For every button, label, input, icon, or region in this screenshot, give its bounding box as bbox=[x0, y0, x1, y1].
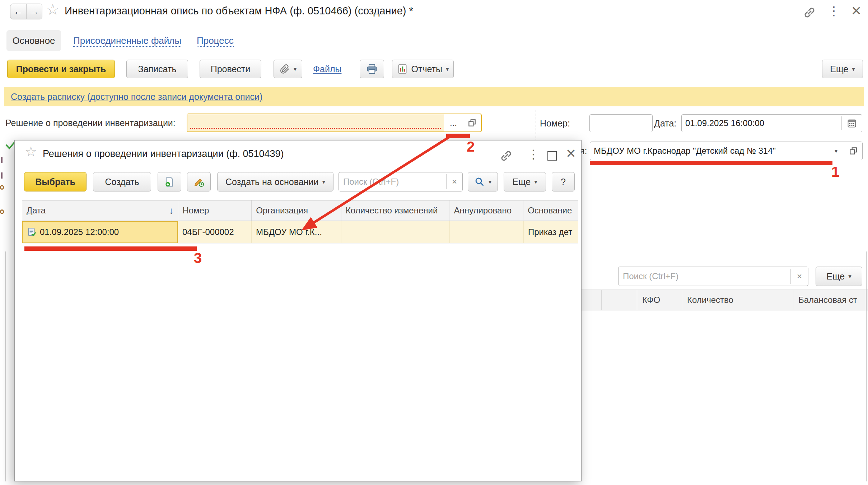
reports-label: Отчеты bbox=[411, 64, 442, 74]
row-number-cell[interactable]: 04БГ-000002 bbox=[178, 221, 252, 243]
column-date[interactable]: Дата ↓ bbox=[22, 200, 178, 221]
write-button[interactable]: Записать bbox=[126, 60, 188, 78]
sort-descending-icon: ↓ bbox=[169, 205, 173, 216]
help-button[interactable]: ? bbox=[552, 172, 575, 191]
row-date-cell[interactable]: 01.09.2025 12:00:00 bbox=[22, 221, 178, 243]
form-more-button[interactable]: Еще ▾ bbox=[822, 60, 863, 78]
row-basis-cell[interactable]: Приказ дет bbox=[524, 221, 578, 243]
form-more-label: Еще bbox=[830, 64, 848, 74]
items-table-header: КФО Количество Балансовая ст bbox=[580, 290, 868, 310]
organization-dropdown-button[interactable]: ▾ bbox=[828, 142, 844, 160]
notice-banner: Создать расписку (доступно после записи … bbox=[4, 87, 864, 106]
table-row[interactable]: 01.09.2025 12:00:00 04БГ-000002 МБДОУ МО… bbox=[22, 221, 578, 243]
decision-field[interactable]: ... bbox=[187, 114, 482, 132]
chevron-down-icon: ▾ bbox=[322, 179, 325, 185]
edit-button[interactable] bbox=[187, 172, 211, 191]
column-organization[interactable]: Организация bbox=[252, 200, 341, 221]
items-more-button[interactable]: Еще ▾ bbox=[816, 267, 862, 286]
tab-attached-files[interactable]: Присоединенные файлы bbox=[73, 35, 181, 47]
attachments-button[interactable]: ▾ bbox=[274, 60, 302, 78]
items-column-balance[interactable]: Балансовая ст bbox=[793, 290, 868, 310]
dialog-link-icon[interactable] bbox=[499, 149, 513, 163]
annotation-underline-1 bbox=[590, 161, 832, 165]
row-organization-cell[interactable]: МБДОУ МО г.К... bbox=[252, 221, 341, 243]
reports-button[interactable]: Отчеты ▾ bbox=[392, 60, 454, 78]
chevron-down-icon: ▾ bbox=[534, 179, 537, 185]
date-calendar-button[interactable] bbox=[842, 115, 862, 132]
create-copy-button[interactable] bbox=[158, 172, 181, 191]
create-button[interactable]: Создать bbox=[93, 172, 151, 191]
layout-separator bbox=[536, 110, 536, 142]
open-in-window-icon bbox=[849, 146, 858, 156]
date-field-label: Дата: bbox=[654, 114, 676, 132]
select-button[interactable]: Выбрать bbox=[24, 172, 87, 191]
dialog-favorite-star-icon[interactable]: ☆ bbox=[25, 145, 37, 158]
items-search-clear-button[interactable]: × bbox=[791, 267, 808, 286]
tab-main-label: Основное bbox=[12, 35, 55, 46]
back-button[interactable]: ← bbox=[10, 4, 26, 19]
dialog-maximize-icon[interactable] bbox=[547, 151, 557, 161]
write-label: Записать bbox=[138, 64, 177, 74]
chevron-down-icon: ▾ bbox=[852, 66, 855, 72]
items-column-quantity[interactable]: Количество bbox=[682, 290, 793, 310]
annotation-step-1: 1 bbox=[831, 165, 839, 179]
panel-right-border bbox=[866, 251, 867, 481]
dialog-search-clear-button[interactable]: × bbox=[447, 172, 462, 191]
forward-arrow-icon: → bbox=[29, 6, 39, 17]
row-annulled-cell[interactable] bbox=[450, 221, 524, 243]
chevron-down-icon: ▾ bbox=[489, 179, 492, 185]
column-basis[interactable]: Основание bbox=[523, 200, 578, 221]
print-button[interactable] bbox=[360, 60, 384, 78]
items-search-input[interactable] bbox=[619, 267, 790, 286]
chevron-down-icon: ▾ bbox=[294, 66, 297, 72]
favorite-star-icon[interactable]: ☆ bbox=[46, 2, 60, 17]
dialog-search-field[interactable]: × bbox=[339, 172, 463, 191]
column-annulled[interactable]: Аннулировано bbox=[449, 200, 523, 221]
paperclip-icon bbox=[279, 64, 290, 74]
tab-process[interactable]: Процесс bbox=[197, 35, 234, 47]
forward-button[interactable]: → bbox=[26, 4, 42, 19]
post-and-close-button[interactable]: Провести и закрыть bbox=[7, 60, 115, 78]
date-field[interactable]: 01.09.2025 16:00:00 bbox=[681, 114, 862, 132]
clipped-text-fragment bbox=[1, 172, 3, 179]
dialog-close-icon[interactable]: × bbox=[566, 143, 576, 163]
back-arrow-icon: ← bbox=[13, 6, 23, 17]
edit-pencil-icon bbox=[193, 176, 204, 187]
create-based-on-button[interactable]: Создать на основании ▾ bbox=[217, 172, 333, 191]
decision-ellipsis-button[interactable]: ... bbox=[444, 114, 463, 131]
close-icon[interactable]: × bbox=[851, 1, 861, 20]
column-changes[interactable]: Количество изменений bbox=[341, 200, 450, 221]
kebab-menu-icon[interactable]: ⋮ bbox=[828, 4, 840, 18]
files-link[interactable]: Файлы bbox=[313, 64, 341, 74]
dialog-more-button[interactable]: Еще ▾ bbox=[504, 172, 546, 191]
organization-open-button[interactable] bbox=[844, 142, 862, 160]
decision-field-value[interactable] bbox=[187, 114, 444, 131]
column-date-label: Дата bbox=[27, 205, 46, 216]
chevron-down-icon: ▾ bbox=[848, 273, 851, 280]
number-field[interactable] bbox=[589, 114, 653, 132]
organization-field[interactable]: МБДОУ МО г.Краснодар "Детский сад № 314"… bbox=[590, 142, 863, 160]
new-document-icon bbox=[164, 176, 175, 187]
dialog-search-input[interactable] bbox=[339, 172, 446, 191]
link-icon[interactable] bbox=[803, 6, 816, 19]
items-search-field[interactable]: × bbox=[618, 267, 808, 286]
dialog-kebab-menu-icon[interactable]: ⋮ bbox=[527, 147, 540, 161]
organization-field-value: МБДОУ МО г.Краснодар "Детский сад № 314" bbox=[590, 142, 828, 160]
tab-main[interactable]: Основное bbox=[6, 30, 61, 51]
open-in-window-icon bbox=[467, 118, 477, 128]
printer-icon bbox=[366, 63, 378, 75]
column-number[interactable]: Номер bbox=[178, 200, 252, 221]
post-button[interactable]: Провести bbox=[200, 60, 261, 78]
post-label: Провести bbox=[211, 64, 251, 74]
post-and-close-label: Провести и закрыть bbox=[16, 64, 106, 74]
search-options-button[interactable]: ▾ bbox=[468, 172, 498, 191]
items-column-empty bbox=[580, 290, 602, 310]
row-separator bbox=[22, 244, 578, 244]
decision-open-button[interactable] bbox=[463, 114, 481, 131]
row-changes-cell[interactable] bbox=[341, 221, 450, 243]
clipped-text-fragment bbox=[1, 157, 3, 163]
select-label: Выбрать bbox=[35, 177, 75, 187]
items-column-kfo[interactable]: КФО bbox=[637, 290, 682, 310]
create-receipt-link[interactable]: Создать расписку (доступно после записи … bbox=[11, 92, 262, 102]
row-date-value: 01.09.2025 12:00:00 bbox=[40, 227, 119, 237]
